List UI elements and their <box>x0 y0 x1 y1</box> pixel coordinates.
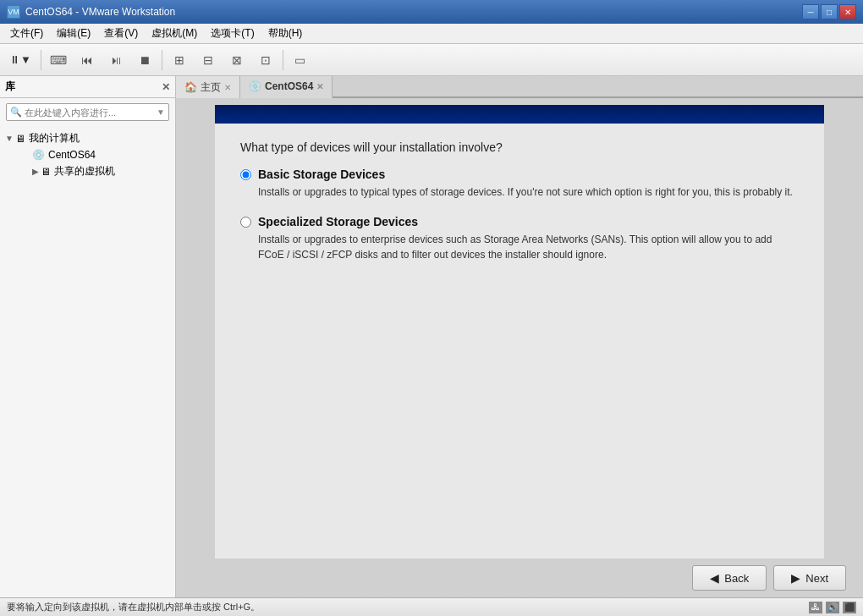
computer-icon: 🖥 <box>15 133 25 145</box>
toolbar-btn-1[interactable]: ⌨ <box>45 47 72 73</box>
search-icon: 🔍 <box>10 107 22 118</box>
back-button[interactable]: ◀ Back <box>692 565 767 591</box>
menu-file[interactable]: 文件(F) <box>3 25 50 42</box>
tree-item-my-computer[interactable]: ▼ 🖥 我的计算机 <box>0 129 175 147</box>
tab-home[interactable]: 🏠 主页 ✕ <box>176 76 240 98</box>
tree-item-shared-vms[interactable]: ▶ 🖥 共享的虚拟机 <box>0 162 175 180</box>
sidebar-title: 库 <box>5 80 15 94</box>
tree-expand-icon: ▼ <box>5 134 14 143</box>
minimize-button[interactable]: ─ <box>802 4 819 19</box>
pause-dropdown-icon: ▼ <box>20 53 31 66</box>
option-specialized-row: Specialized Storage Devices Installs or … <box>240 215 799 262</box>
toolbar-btn-8[interactable]: ⊡ <box>252 47 279 73</box>
display-icon: ⬛ <box>843 602 856 613</box>
toolbar-separator-2 <box>162 50 162 70</box>
search-dropdown-icon[interactable]: ▼ <box>157 107 165 117</box>
toolbar-separator-3 <box>283 50 283 70</box>
search-input[interactable] <box>25 107 157 118</box>
option-specialized-title: Specialized Storage Devices <box>258 215 799 228</box>
tree-item-centos64[interactable]: 💿 CentOS64 <box>0 147 175 162</box>
window-controls: ─ □ ✕ <box>802 4 856 19</box>
back-label: Back <box>724 572 749 585</box>
window-title: CentOS64 - VMware Workstation <box>25 6 802 18</box>
main-layout: 库 ✕ 🔍 ▼ ▼ 🖥 我的计算机 💿 CentOS64 ▶ 🖥 <box>0 76 863 597</box>
option-basic-row: Basic Storage Devices Installs or upgrad… <box>240 168 799 200</box>
disk-icon: 💿 <box>32 149 45 161</box>
pause-icon: ⏸ <box>9 53 20 66</box>
option-basic-content: Basic Storage Devices Installs or upgrad… <box>258 168 793 200</box>
next-icon: ▶ <box>791 571 800 585</box>
menu-vm[interactable]: 虚拟机(M) <box>145 25 204 42</box>
next-label: Next <box>805 572 828 585</box>
option-specialized-desc: Installs or upgrades to enterprise devic… <box>258 232 799 262</box>
home-icon: 🏠 <box>184 81 197 93</box>
vm-content: What type of devices will your installat… <box>176 98 863 597</box>
status-right: 🖧 🔊 ⬛ <box>809 602 856 613</box>
tree-label-my-computer: 我的计算机 <box>29 131 80 146</box>
tab-bar: 🏠 主页 ✕ 💿 CentOS64 ✕ <box>176 76 863 98</box>
tree-label-centos64: CentOS64 <box>48 149 96 161</box>
network-icon: 🖧 <box>809 602 822 613</box>
menu-tabs[interactable]: 选项卡(T) <box>204 25 261 42</box>
option-basic-title: Basic Storage Devices <box>258 168 793 181</box>
back-icon: ◀ <box>710 571 719 585</box>
radio-basic[interactable] <box>240 169 251 180</box>
toolbar-btn-9[interactable]: ▭ <box>287 47 314 73</box>
installer-question: What type of devices will your installat… <box>240 140 799 154</box>
installer-frame: What type of devices will your installat… <box>215 124 824 558</box>
toolbar: ⏸ ▼ ⌨ ⏮ ⏯ ⏹ ⊞ ⊟ ⊠ ⊡ ▭ <box>0 44 863 76</box>
close-button[interactable]: ✕ <box>839 4 856 19</box>
menu-view[interactable]: 查看(V) <box>97 25 145 42</box>
tab-home-label: 主页 <box>201 80 221 95</box>
radio-specialized[interactable] <box>240 217 251 228</box>
tree-expand-shared-icon: ▶ <box>32 167 39 176</box>
shared-computer-icon: 🖥 <box>41 166 51 178</box>
sidebar-header: 库 ✕ <box>0 76 175 98</box>
tab-centos64-label: CentOS64 <box>265 80 313 92</box>
sidebar-close-button[interactable]: ✕ <box>162 81 170 93</box>
audio-icon: 🔊 <box>826 602 839 613</box>
vm-header-bar <box>215 105 824 124</box>
sidebar-tree: ▼ 🖥 我的计算机 💿 CentOS64 ▶ 🖥 共享的虚拟机 <box>0 126 175 597</box>
tab-home-close[interactable]: ✕ <box>224 83 231 92</box>
toolbar-btn-3[interactable]: ⏯ <box>102 47 129 73</box>
tab-centos64[interactable]: 💿 CentOS64 ✕ <box>240 76 333 98</box>
toolbar-btn-4[interactable]: ⏹ <box>131 47 158 73</box>
toolbar-btn-5[interactable]: ⊞ <box>166 47 193 73</box>
sidebar: 库 ✕ 🔍 ▼ ▼ 🖥 我的计算机 💿 CentOS64 ▶ 🖥 <box>0 76 176 597</box>
tree-label-shared-vms: 共享的虚拟机 <box>54 164 115 179</box>
sidebar-search-box[interactable]: 🔍 ▼ <box>6 103 169 121</box>
tab-disk-icon: 💿 <box>249 80 261 92</box>
content-area: 🏠 主页 ✕ 💿 CentOS64 ✕ What type of devices… <box>176 76 863 597</box>
toolbar-btn-6[interactable]: ⊟ <box>195 47 222 73</box>
menu-edit[interactable]: 编辑(E) <box>50 25 97 42</box>
option-basic-desc: Installs or upgrades to typical types of… <box>258 184 793 200</box>
storage-option-specialized: Specialized Storage Devices Installs or … <box>240 215 799 262</box>
app-icon: VM <box>7 5 20 19</box>
storage-option-basic: Basic Storage Devices Installs or upgrad… <box>240 168 799 200</box>
nav-buttons: ◀ Back ▶ Next <box>176 558 863 597</box>
tab-centos64-close[interactable]: ✕ <box>316 82 323 91</box>
toolbar-btn-7[interactable]: ⊠ <box>223 47 250 73</box>
status-bar: 要将输入定向到该虚拟机，请在虚拟机内部单击或按 Ctrl+G。 🖧 🔊 ⬛ <box>0 597 863 616</box>
next-button[interactable]: ▶ Next <box>773 565 846 591</box>
pause-button[interactable]: ⏸ ▼ <box>3 47 37 73</box>
menu-help[interactable]: 帮助(H) <box>261 25 310 42</box>
status-message: 要将输入定向到该虚拟机，请在虚拟机内部单击或按 Ctrl+G。 <box>7 601 260 613</box>
option-specialized-content: Specialized Storage Devices Installs or … <box>258 215 799 262</box>
toolbar-separator <box>41 50 41 70</box>
title-bar: VM CentOS64 - VMware Workstation ─ □ ✕ <box>0 0 863 24</box>
menu-bar: 文件(F) 编辑(E) 查看(V) 虚拟机(M) 选项卡(T) 帮助(H) <box>0 24 863 44</box>
maximize-button[interactable]: □ <box>821 4 838 19</box>
toolbar-btn-2[interactable]: ⏮ <box>74 47 101 73</box>
